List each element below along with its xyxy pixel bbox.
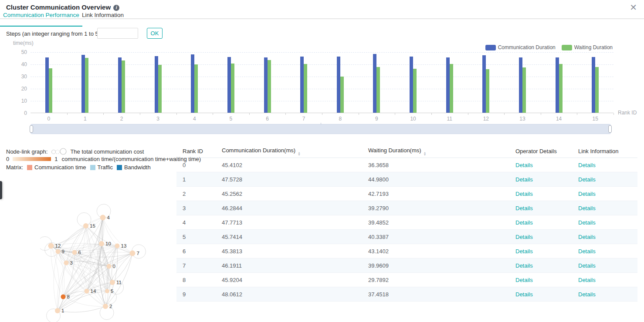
- communication-duration-bar: [337, 57, 340, 113]
- x-tick: [395, 113, 395, 115]
- communication-duration-bar: [482, 55, 486, 113]
- link-information-link[interactable]: Details: [578, 191, 596, 197]
- link-information-link[interactable]: Details: [578, 162, 596, 168]
- legend-communication-duration[interactable]: Communication Duration: [485, 44, 556, 50]
- waiting-duration-bar: [268, 60, 271, 113]
- waiting-duration-bar: [194, 64, 198, 113]
- x-tick-label: 13: [504, 116, 541, 122]
- graph-node-8[interactable]: [61, 295, 66, 299]
- graph-node-13[interactable]: [115, 244, 120, 248]
- link-information-link[interactable]: Details: [578, 291, 596, 298]
- link-information-link[interactable]: Details: [578, 219, 596, 226]
- link-information-link[interactable]: Details: [578, 277, 596, 283]
- x-tick-label: 14: [541, 116, 577, 122]
- node-link-graph[interactable]: 0123456789101112131415: [40, 200, 153, 322]
- waiting-duration-bar: [122, 60, 125, 113]
- graph-node-12[interactable]: [48, 243, 54, 249]
- waiting-duration-bar: [559, 64, 563, 113]
- table-cell: 45.2562: [216, 191, 362, 197]
- datazoom-left-handle[interactable]: [30, 125, 33, 133]
- steps-input[interactable]: [97, 28, 138, 39]
- communication-duration-bar: [191, 54, 194, 113]
- drawer-toggle[interactable]: [0, 181, 2, 199]
- table-body: 045.410236.3658DetailsDetails147.572844.…: [176, 158, 637, 302]
- matrix-chip-bandwidth: [117, 165, 122, 170]
- bar-group-rank-13: [504, 52, 541, 113]
- graph-node-7[interactable]: [130, 251, 136, 256]
- operator-details-link[interactable]: Details: [515, 262, 533, 269]
- cluster-communication-overview-dialog: Cluster Communication Overviewi ✕ Commun…: [0, 0, 644, 322]
- link-information-link[interactable]: Details: [578, 234, 596, 240]
- y-tick-label: 0: [15, 110, 27, 116]
- communication-duration-bar: [81, 55, 85, 113]
- datazoom-slider[interactable]: [31, 124, 611, 134]
- tab-communication-performance[interactable]: Communication Performance: [3, 12, 79, 18]
- table-cell: 36.3658: [362, 162, 509, 168]
- bar-chart[interactable]: 0123456789101112131415: [31, 52, 613, 113]
- graph-node-10[interactable]: [99, 241, 104, 246]
- col-link-information: Link Information: [572, 148, 637, 154]
- waiting-duration-bar: [522, 67, 526, 113]
- operator-details-link[interactable]: Details: [515, 291, 533, 298]
- operator-details-link[interactable]: Details: [515, 205, 533, 211]
- operator-details-link[interactable]: Details: [515, 219, 533, 226]
- link-information-link[interactable]: Details: [578, 248, 596, 255]
- page-title: Cluster Communication Overviewi: [6, 3, 119, 11]
- sort-icon[interactable]: ▲▼: [298, 151, 301, 156]
- x-tick: [285, 113, 286, 115]
- communication-duration-bar: [446, 57, 450, 113]
- operator-details-link[interactable]: Details: [515, 176, 533, 183]
- x-tick-label: 2: [103, 116, 140, 122]
- x-tick: [322, 113, 322, 115]
- operator-details-link[interactable]: Details: [515, 191, 533, 197]
- tab-bar: Communication Performance Link Informati…: [0, 12, 644, 19]
- graph-node-label: 9: [62, 249, 64, 254]
- info-icon[interactable]: i: [113, 5, 119, 11]
- graph-node-2[interactable]: [103, 304, 108, 309]
- graph-node-9[interactable]: [56, 249, 61, 254]
- legend-waiting-duration[interactable]: Waiting Duration: [562, 44, 613, 50]
- graph-node-0[interactable]: [107, 264, 112, 269]
- graph-node-4[interactable]: [100, 215, 106, 221]
- y-tick-label: 50: [15, 49, 27, 55]
- bar-group-rank-1: [67, 52, 104, 113]
- graph-node-label: 1: [61, 308, 64, 313]
- table-cell: 39.4852: [362, 219, 509, 226]
- table-row-rank-4: 447.771339.4852DetailsDetails: [176, 215, 637, 230]
- operator-details-link[interactable]: Details: [515, 277, 533, 283]
- x-tick-label: 15: [577, 116, 613, 122]
- communication-duration-bar: [264, 57, 268, 113]
- bar-group-rank-4: [176, 52, 213, 113]
- table-row-rank-2: 245.256242.7193DetailsDetails: [176, 187, 637, 201]
- x-tick: [103, 113, 104, 115]
- table-cell: 1: [176, 176, 216, 183]
- graph-node-3[interactable]: [64, 261, 69, 265]
- graph-node-11[interactable]: [110, 280, 115, 285]
- x-tick-label: 9: [359, 116, 395, 122]
- close-icon[interactable]: ✕: [630, 3, 637, 12]
- graph-node-15[interactable]: [83, 223, 88, 228]
- table-cell: 29.7892: [362, 277, 509, 283]
- x-tick-label: 8: [322, 116, 359, 122]
- tab-link-information[interactable]: Link Information: [82, 12, 124, 18]
- graph-node-5[interactable]: [105, 289, 109, 293]
- link-information-link[interactable]: Details: [578, 205, 596, 211]
- legend-chip-blue: [485, 45, 496, 50]
- link-information-link[interactable]: Details: [578, 262, 596, 269]
- operator-details-link[interactable]: Details: [515, 248, 533, 255]
- graph-node-6[interactable]: [72, 250, 77, 255]
- operator-details-link[interactable]: Details: [515, 162, 533, 168]
- table-cell: 42.7193: [362, 191, 509, 197]
- graph-node-14[interactable]: [85, 289, 89, 294]
- link-information-link[interactable]: Details: [578, 176, 596, 183]
- operator-details-link[interactable]: Details: [515, 234, 533, 240]
- sort-icon[interactable]: ▲▼: [424, 151, 427, 156]
- communication-duration-bar: [227, 57, 231, 113]
- graph-node-1[interactable]: [55, 308, 60, 313]
- x-tick: [67, 113, 68, 115]
- table-cell: 45.7414: [216, 234, 362, 240]
- datazoom-right-handle[interactable]: [608, 125, 612, 133]
- x-tick: [140, 113, 140, 115]
- ok-button[interactable]: OK: [147, 28, 163, 39]
- table-row-rank-9: 948.061237.4518DetailsDetails: [176, 287, 637, 302]
